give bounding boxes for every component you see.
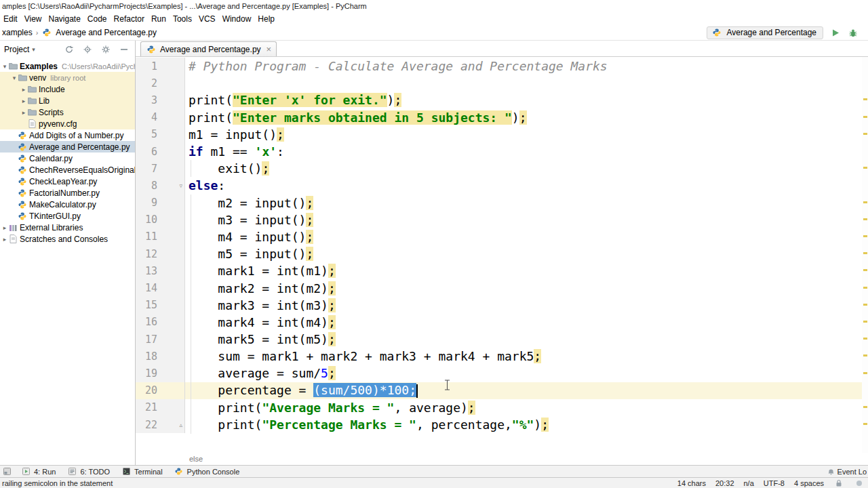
toolwindow-python-console-button[interactable]: Python Console bbox=[168, 466, 245, 477]
panel-settings-button[interactable] bbox=[100, 44, 111, 55]
tree-expand-arrow[interactable]: ▸ bbox=[20, 109, 27, 116]
tree-expand-arrow[interactable]: ▸ bbox=[20, 98, 27, 104]
debug-button[interactable] bbox=[848, 27, 859, 38]
caret-position[interactable]: 20:32 bbox=[715, 479, 734, 487]
menu-view[interactable]: View bbox=[21, 14, 45, 24]
tree-item[interactable]: Add Digits of a Number.py bbox=[0, 129, 135, 141]
warning-stripe-mark[interactable] bbox=[863, 98, 867, 100]
menu-tools[interactable]: Tools bbox=[170, 14, 195, 24]
line-separator[interactable]: n/a bbox=[744, 479, 754, 487]
menu-window[interactable]: Window bbox=[219, 14, 255, 24]
fold-marker[interactable]: ▵ bbox=[179, 422, 182, 428]
warning-stripe-mark[interactable] bbox=[863, 354, 867, 357]
toolwindow-terminal-button[interactable]: Terminal bbox=[115, 466, 168, 477]
readonly-toggle[interactable] bbox=[833, 478, 844, 488]
tree-item[interactable]: ▾ExamplesC:\Users\RaoAdii\PycharmP bbox=[0, 60, 135, 72]
warning-stripe-mark[interactable] bbox=[863, 201, 867, 203]
run-button[interactable] bbox=[830, 27, 841, 38]
tree-item[interactable]: FactorialNumber.py bbox=[0, 187, 135, 199]
tree-expand-arrow[interactable]: ▸ bbox=[1, 236, 8, 243]
code-line-18[interactable]: 18 sum = mark1 + mark2 + mark3 + mark4 +… bbox=[136, 348, 868, 365]
tree-item[interactable]: ▸External Libraries bbox=[0, 222, 135, 233]
code-line-9[interactable]: 9 m2 = input(); bbox=[136, 195, 868, 211]
code-line-4[interactable]: 4print("Enter marks obtained in 5 subjec… bbox=[136, 109, 868, 126]
tree-item[interactable]: ▾venvlibrary root bbox=[0, 72, 135, 83]
warning-stripe-mark[interactable] bbox=[863, 235, 867, 237]
file-encoding[interactable]: UTF-8 bbox=[764, 479, 785, 487]
code-line-20[interactable]: 20 percentage = (sum/500)*100; bbox=[136, 382, 868, 399]
code-line-11[interactable]: 11 m4 = input(); bbox=[136, 228, 868, 245]
menu-code[interactable]: Code bbox=[84, 14, 111, 24]
menu-refactor[interactable]: Refactor bbox=[111, 14, 148, 24]
toolwindow-switcher-icon[interactable] bbox=[3, 468, 11, 475]
code-line-5[interactable]: 5m1 = input(); bbox=[136, 126, 868, 143]
code-line-12[interactable]: 12 m5 = input(); bbox=[136, 245, 868, 262]
locate-file-button[interactable] bbox=[82, 44, 93, 55]
code-line-19[interactable]: 19 average = sum/5; bbox=[136, 365, 868, 382]
tree-item[interactable]: pyvenv.cfg bbox=[0, 118, 135, 129]
code-line-17[interactable]: 17 mark5 = int(m5); bbox=[136, 331, 868, 348]
tree-expand-arrow[interactable]: ▸ bbox=[1, 224, 8, 231]
menu-help[interactable]: Help bbox=[254, 14, 278, 24]
breadcrumb-scope[interactable]: else bbox=[189, 455, 203, 463]
code-line-13[interactable]: 13 mark1 = int(m1); bbox=[136, 262, 868, 279]
tree-item[interactable]: Calendar.py bbox=[0, 152, 135, 164]
menu-run[interactable]: Run bbox=[148, 14, 170, 24]
code-line-6[interactable]: 6if m1 == 'x': bbox=[136, 143, 868, 160]
run-config-select[interactable]: Average and Percentage bbox=[707, 26, 823, 39]
code-line-3[interactable]: 3print("Enter 'x' for exit."); bbox=[136, 92, 868, 108]
tree-expand-arrow[interactable]: ▸ bbox=[20, 86, 27, 93]
code-line-15[interactable]: 15 mark3 = int(m3); bbox=[136, 297, 868, 314]
menu-navigate[interactable]: Navigate bbox=[45, 14, 83, 24]
warning-stripe-mark[interactable] bbox=[863, 304, 867, 306]
tree-item[interactable]: MakeCalculator.py bbox=[0, 199, 135, 210]
project-panel-title[interactable]: Project bbox=[4, 45, 29, 54]
tree-item[interactable]: Average and Percentage.py bbox=[0, 141, 135, 152]
code-line-1[interactable]: 1# Python Program - Calculate Average an… bbox=[136, 58, 868, 75]
tree-item[interactable]: ▸Scripts bbox=[0, 106, 135, 118]
fold-marker[interactable]: ▿ bbox=[179, 182, 182, 189]
tree-expand-arrow[interactable]: ▾ bbox=[1, 63, 8, 70]
warning-stripe-mark[interactable] bbox=[863, 116, 867, 118]
menu-edit[interactable]: Edit bbox=[0, 14, 21, 24]
tree-item[interactable]: ▸Scratches and Consoles bbox=[0, 233, 135, 245]
menu-vcs[interactable]: VCS bbox=[195, 14, 219, 24]
warning-stripe-mark[interactable] bbox=[863, 372, 867, 374]
tree-item[interactable]: ChechReverseEqualsOriginal.py bbox=[0, 164, 135, 176]
tree-item[interactable]: ▸Include bbox=[0, 83, 135, 95]
toolwindow-run-button[interactable]: 4: Run bbox=[15, 466, 61, 477]
hide-panel-button[interactable] bbox=[119, 44, 130, 55]
selection-size[interactable]: 14 chars bbox=[677, 479, 706, 487]
code-line-16[interactable]: 16 mark4 = int(m4); bbox=[136, 314, 868, 331]
code-line-14[interactable]: 14 mark2 = int(m2); bbox=[136, 279, 868, 296]
refresh-button[interactable] bbox=[64, 44, 75, 55]
warning-stripe-mark[interactable] bbox=[863, 218, 867, 220]
warning-stripe-mark[interactable] bbox=[863, 252, 867, 254]
warning-stripe-mark[interactable] bbox=[863, 321, 867, 323]
warning-stripe-mark[interactable] bbox=[863, 338, 867, 340]
warning-stripe-mark[interactable] bbox=[863, 269, 867, 271]
error-stripe[interactable] bbox=[862, 57, 868, 453]
code-line-10[interactable]: 10 m3 = input(); bbox=[136, 211, 868, 228]
warning-stripe-mark[interactable] bbox=[863, 287, 867, 289]
event-log-button[interactable]: Event Lo bbox=[827, 468, 867, 476]
tree-expand-arrow[interactable]: ▾ bbox=[11, 75, 18, 81]
editor-tab[interactable]: Average and Percentage.py × bbox=[140, 41, 277, 56]
warning-stripe-mark[interactable] bbox=[863, 133, 867, 135]
code-line-21[interactable]: 21 print("Average Marks = ", average); bbox=[136, 399, 868, 416]
code-editor[interactable]: 1# Python Program - Calculate Average an… bbox=[136, 57, 868, 453]
warning-stripe-mark[interactable] bbox=[863, 167, 867, 169]
indent-size[interactable]: 4 spaces bbox=[794, 479, 824, 487]
code-line-22[interactable]: 22▵ print("Percentage Marks = ", percent… bbox=[136, 416, 868, 433]
code-line-2[interactable]: 2 bbox=[136, 75, 868, 92]
tab-close-icon[interactable]: × bbox=[267, 46, 272, 53]
tree-item[interactable]: CheckLeapYear.py bbox=[0, 176, 135, 187]
toolwindow-todo-button[interactable]: 6: TODO bbox=[61, 466, 115, 477]
tree-item[interactable]: ▸Lib bbox=[0, 95, 135, 106]
breadcrumb-root[interactable]: xamples bbox=[2, 28, 33, 37]
warning-stripe-mark[interactable] bbox=[863, 423, 867, 425]
breadcrumb-file[interactable]: Average and Percentage.py bbox=[56, 28, 157, 37]
code-line-8[interactable]: 8▿else: bbox=[136, 177, 868, 194]
warning-stripe-mark[interactable] bbox=[863, 406, 867, 408]
highlighting-level-indicator[interactable] bbox=[854, 478, 865, 488]
